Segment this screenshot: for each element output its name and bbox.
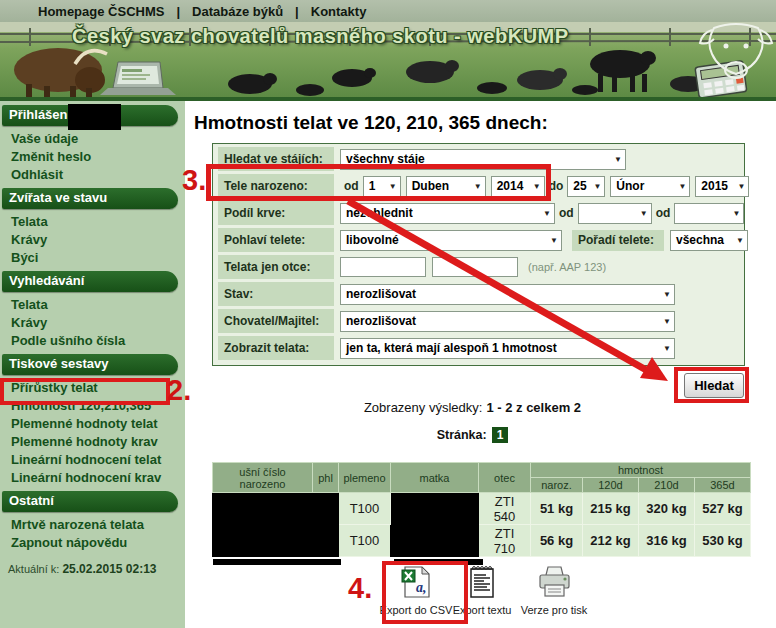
to-day-select[interactable]: 25▼ (567, 176, 605, 197)
nav-link-homepage[interactable]: Homepage ČSCHMS (38, 4, 164, 19)
born-label: Tele narozeno: (218, 174, 334, 198)
from-month-select[interactable]: Duben▼ (406, 176, 486, 197)
sire-input-1[interactable] (340, 257, 426, 277)
weight-cell: 320 kg (639, 493, 695, 525)
header-banner: Český svaz chovatelů masného skotu - web… (0, 22, 776, 97)
blood-from-label: od (559, 206, 574, 220)
page-number[interactable]: 1 (492, 427, 509, 443)
stables-select[interactable]: všechny stáje ▼ (340, 149, 626, 170)
sidebar-item-your-data[interactable]: Vaše údaje (0, 130, 185, 148)
to-year-select[interactable]: 2015▼ (695, 176, 749, 197)
show-label: Zobrazit telata: (218, 336, 334, 360)
sidebar-item-cows[interactable]: Krávy (0, 231, 185, 249)
sidebar-item-linear-scoring-calves[interactable]: Lineární hodnocení telat (0, 451, 185, 469)
dropdown-arrow-icon: ▼ (614, 155, 622, 164)
col-header-365d: 365d (695, 478, 751, 493)
state-label: Stav: (218, 282, 334, 306)
search-form: Hledat ve stájích: všechny stáje ▼ Tele … (212, 143, 745, 366)
parity-select[interactable]: všechna▼ (670, 230, 748, 251)
sire-cell: ZTI 710 (479, 525, 531, 557)
redacted-username (68, 104, 121, 130)
dropdown-arrow-icon: ▼ (550, 236, 558, 245)
sidebar-item-weights-120-210-365[interactable]: Hmotnosti 120,210,365 (0, 397, 185, 415)
page-label: Stránka: (437, 428, 487, 442)
sidebar-item-stillborn-calves[interactable]: Mrtvě narozená telata (0, 516, 185, 534)
blood-label: Podíl krve: (218, 201, 334, 225)
col-header-weight: hmotnost (531, 463, 751, 478)
dropdown-arrow-icon: ▼ (533, 182, 541, 191)
search-button[interactable]: Hledat (684, 373, 744, 398)
blood-to-select[interactable]: ▼ (674, 203, 744, 224)
dropdown-arrow-icon: ▼ (389, 182, 397, 191)
dropdown-arrow-icon: ▼ (663, 317, 671, 326)
to-label: do (549, 179, 564, 193)
print-version-action[interactable]: Verze pro tisk (511, 565, 597, 616)
redacted-dam-cell (391, 493, 479, 557)
export-text-action[interactable]: Export textu (445, 565, 519, 616)
export-text-label: Export textu (445, 604, 519, 616)
nav-link-bull-database[interactable]: Databáze býků (192, 4, 283, 19)
data-updated-timestamp: Aktuální k: 25.02.2015 02:13 (0, 556, 185, 576)
from-year-select[interactable]: 2014▼ (491, 176, 545, 197)
printer-icon (536, 565, 572, 599)
dropdown-arrow-icon: ▼ (736, 236, 744, 245)
from-label: od (344, 179, 359, 193)
to-month-select[interactable]: Únor▼ (610, 176, 690, 197)
col-header-birth-weight: naroz. (531, 478, 583, 493)
main-content: Hmotnosti telat ve 120, 210, 365 dnech: … (185, 101, 776, 628)
weight-cell: 215 kg (583, 493, 639, 525)
site-title: Český svaz chovatelů masného skotu - web… (72, 25, 712, 48)
sidebar-item-breeding-values-calves[interactable]: Plemenné hodnoty telat (0, 415, 185, 433)
top-nav-bar: Homepage ČSCHMS | Databáze býků | Kontak… (0, 0, 776, 22)
sidebar-header-print-reports: Tiskové sestavy (2, 354, 178, 375)
col-header-sire: otec (479, 463, 531, 493)
sidebar-item-breeding-values-cows[interactable]: Plemenné hodnoty krav (0, 433, 185, 451)
sidebar-item-linear-scoring-cows[interactable]: Lineární hodnocení krav (0, 469, 185, 487)
svg-text:a,: a, (416, 580, 427, 595)
parity-label: Pořadí telete: (572, 230, 664, 251)
sidebar-item-search-calves[interactable]: Telata (0, 296, 185, 314)
blood-select[interactable]: nezohlednit▼ (340, 203, 555, 224)
sire-hint: (např. AAP 123) (528, 261, 606, 273)
weight-cell: 527 kg (695, 493, 751, 525)
weight-cell: 316 kg (639, 525, 695, 557)
blood-from-select[interactable]: ▼ (578, 203, 652, 224)
redacted-ear-number-cell (213, 493, 339, 557)
form-row-state: Stav: nerozlišovat▼ (218, 282, 744, 306)
show-select[interactable]: jen ta, která mají alespoň 1 hmotnost▼ (340, 338, 675, 359)
col-header-ear-number: ušní číslonarozeno (213, 463, 313, 493)
sex-select[interactable]: libovolné▼ (340, 230, 562, 251)
form-row-owner: Chovatel/Majitel: nerozlišovat▼ (218, 309, 744, 333)
sidebar-item-calf-gains[interactable]: Přírůstky telat (0, 379, 185, 397)
weight-cell: 51 kg (531, 493, 583, 525)
dropdown-arrow-icon: ▼ (737, 182, 745, 191)
sidebar-item-calves[interactable]: Telata (0, 213, 185, 231)
dropdown-arrow-icon: ▼ (543, 209, 551, 218)
sidebar-item-bulls[interactable]: Býci (0, 249, 185, 267)
sidebar-header-other: Ostatní (2, 491, 178, 512)
breed-cell: T100 (339, 493, 391, 525)
dropdown-arrow-icon: ▼ (474, 182, 482, 191)
sidebar-item-by-ear-number[interactable]: Podle ušního čísla (0, 332, 185, 350)
breed-cell: T100 (339, 525, 391, 557)
page-title: Hmotnosti telat ve 120, 210, 365 dnech: (194, 112, 548, 134)
from-day-select[interactable]: 1▼ (363, 176, 401, 197)
weight-cell: 212 kg (583, 525, 639, 557)
sidebar-item-logout[interactable]: Odhlásit (0, 166, 185, 184)
sidebar-item-enable-help[interactable]: Zapnout nápovědu (0, 534, 185, 552)
sire-input-2[interactable] (432, 257, 518, 277)
sidebar-item-change-password[interactable]: Změnit heslo (0, 148, 185, 166)
nav-link-contacts[interactable]: Kontakty (311, 4, 367, 19)
pagination: Stránka:1 (185, 427, 760, 443)
weight-cell: 530 kg (695, 525, 751, 557)
owner-label: Chovatel/Majitel: (218, 309, 334, 333)
owner-select[interactable]: nerozlišovat▼ (340, 311, 675, 332)
sidebar-header-logged-in: Přihlášen: (2, 105, 178, 126)
dropdown-arrow-icon: ▼ (663, 290, 671, 299)
sex-label: Pohlaví telete: (218, 228, 334, 252)
sire-label: Telata jen otce: (218, 255, 334, 279)
sidebar-item-search-cows[interactable]: Krávy (0, 314, 185, 332)
state-select[interactable]: nerozlišovat▼ (340, 284, 675, 305)
results-table: ušní číslonarozeno phl plemeno matka ote… (212, 462, 751, 557)
blood-to-label: od (656, 206, 671, 220)
